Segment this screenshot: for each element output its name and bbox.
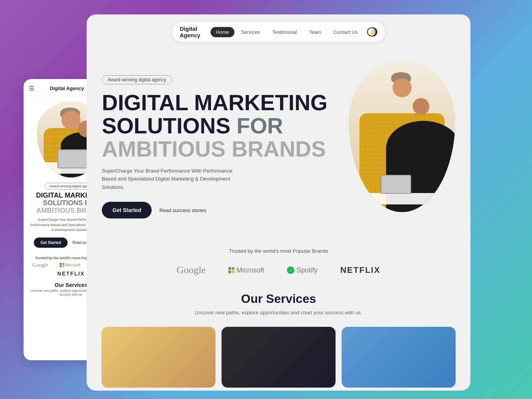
nav-link-contact[interactable]: Contact Us <box>328 27 363 37</box>
hamburger-icon[interactable]: ☰ <box>29 85 34 92</box>
mobile-brand-name: Digital Agency <box>50 86 84 91</box>
nav-link-home[interactable]: Home <box>211 27 234 37</box>
hero-title-line2: SOLUTIONS FOR <box>102 113 283 138</box>
hero-content: Award winning digital agency DIGITAL MAR… <box>102 52 345 218</box>
services-section: Our Services Uncover new paths, explore … <box>87 292 470 388</box>
desktop-preview-card: Digital Agency Home Services Testimonial… <box>87 14 470 391</box>
nav-link-team[interactable]: Team <box>304 27 326 37</box>
hero-buttons: Get Started Read success stories <box>102 202 345 218</box>
nav-link-services[interactable]: Services <box>236 27 266 37</box>
brands-section: Trusted by the world's most Popular Bran… <box>87 248 470 276</box>
services-section-title: Our Services <box>87 292 470 306</box>
desktop-hero: Award winning digital agency DIGITAL MAR… <box>102 52 455 220</box>
services-cards-row <box>87 327 470 388</box>
desktop-person-illustration <box>349 60 455 212</box>
service-card-3[interactable] <box>342 327 456 388</box>
spotify-logo: ♪ Spotify <box>287 266 317 274</box>
desktop-theme-toggle[interactable]: 🌙 ☀️ <box>367 27 377 36</box>
desktop-nav-brand: Digital Agency <box>180 25 203 38</box>
microsoft-logo: Microsoft <box>228 266 264 274</box>
service-card-2[interactable] <box>222 327 336 388</box>
mobile-google-logo: Google <box>32 262 48 268</box>
sun-icon: ☀️ <box>370 30 376 35</box>
services-section-subtitle: Uncover new paths, explore opportunities… <box>87 310 470 315</box>
brands-section-title: Trusted by the world's most Popular Bran… <box>87 248 470 254</box>
hero-title-line1: DIGITAL MARKETING <box>102 90 328 115</box>
desktop-navbar: Digital Agency Home Services Testimonial… <box>172 22 385 42</box>
hero-image-wrap <box>345 60 455 220</box>
hero-image <box>349 60 455 212</box>
service-card-1[interactable] <box>101 327 215 388</box>
google-logo: Google <box>177 264 206 276</box>
hero-badge: Award winning digital agency <box>102 75 172 84</box>
brands-logos-row: Google Microsoft ♪ Spotify NETFLIX <box>87 264 470 276</box>
hero-subtitle: SuperCharge Your Brand Performance With … <box>102 167 246 192</box>
read-stories-button[interactable]: Read success stories <box>159 207 206 213</box>
hero-title: DIGITAL MARKETING SOLUTIONS FOR AMBITIOU… <box>102 91 345 161</box>
netflix-logo: NETFLIX <box>340 265 380 275</box>
get-started-button[interactable]: Get Started <box>102 202 152 218</box>
hero-title-line3: AMBITIOUS BRANDS <box>102 138 345 161</box>
nav-link-testimonial[interactable]: Testimonial <box>267 27 302 37</box>
mobile-get-started-button[interactable]: Get Started <box>34 238 68 248</box>
nav-links: Home Services Testimonial Team Contact U… <box>211 27 363 37</box>
mobile-microsoft-logo: Microsoft <box>60 263 81 268</box>
